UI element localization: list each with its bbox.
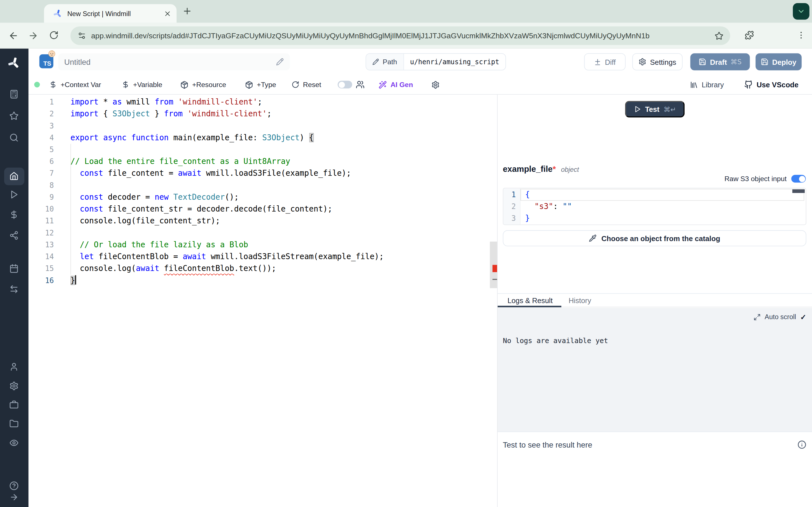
choose-object-button[interactable]: Choose an object from the catalog — [503, 230, 806, 246]
reset-icon — [292, 81, 299, 89]
editor-settings-gear-icon[interactable] — [432, 81, 440, 89]
reset-button[interactable]: Reset — [292, 75, 321, 94]
sidebar-item-home home-icon[interactable] — [9, 171, 18, 180]
back-icon[interactable] — [8, 31, 18, 41]
info-icon[interactable] — [798, 440, 806, 449]
code-text: import * as wmill from 'windmill-client'… — [70, 96, 262, 108]
sidebar-item-folders folder-icon[interactable] — [9, 419, 18, 429]
path-label: Path — [383, 58, 397, 66]
sidebar-item-user user-icon[interactable] — [9, 362, 18, 372]
script-name-field[interactable]: Untitled — [58, 53, 290, 70]
draft-button[interactable]: Draft ⌘S — [690, 53, 750, 70]
sidebar-item-favorites star-icon[interactable] — [9, 111, 18, 121]
code-line-12[interactable]: 12 — [29, 227, 497, 239]
sidebar-item-expand arrow-right-icon[interactable] — [9, 493, 18, 502]
sidebar-item-audit-logs eye-icon[interactable] — [9, 438, 18, 448]
use-vscode-button[interactable]: Use VScode — [744, 75, 799, 94]
token: } — [70, 276, 75, 285]
code-line-5[interactable]: 5 — [29, 144, 497, 156]
tab-search-button[interactable] — [793, 3, 809, 20]
sidebar-item-variables dollar-icon[interactable] — [9, 210, 18, 219]
ai-gen-button[interactable]: AI Gen — [378, 75, 413, 94]
token: decoder = — [103, 192, 154, 202]
sidebar-item-workers briefcase-icon[interactable] — [9, 400, 18, 409]
deploy-button[interactable]: Deploy — [756, 53, 802, 70]
code-line-11[interactable]: 11 console.log(file_content_str); — [29, 215, 497, 227]
code-line-3[interactable]: 3} — [503, 213, 806, 224]
tab-title: New Script | Windmill — [67, 10, 161, 17]
package-icon — [245, 80, 253, 89]
sidebar-item-triggers arrows-icon[interactable] — [9, 284, 18, 294]
code-line-15[interactable]: 15 console.log(await fileContentBlob.tex… — [29, 263, 497, 275]
raw-s3-toggle[interactable] — [792, 175, 806, 183]
code-line-2[interactable]: 2 "s3": "" — [503, 201, 806, 213]
dollar-icon — [122, 81, 130, 89]
add-type-button[interactable]: +Type — [245, 75, 276, 94]
add-context-var-button[interactable]: +Context Var — [49, 75, 101, 94]
reload-icon[interactable] — [49, 31, 58, 40]
bookmark-star-icon[interactable] — [715, 31, 723, 40]
code-line-4[interactable]: 4export async function main(example_file… — [29, 132, 497, 144]
code-editor[interactable]: 1import * as wmill from 'windmill-client… — [29, 95, 497, 507]
toggle-off[interactable] — [338, 81, 352, 89]
code-line-13[interactable]: 13 // Or load the file lazily as a Blob — [29, 239, 497, 251]
json-arg-editor[interactable]: 1{2 "s3": ""3} — [503, 188, 806, 225]
token: const — [80, 169, 103, 178]
tab-logs-result[interactable]: Logs & Result — [507, 294, 553, 307]
tab-history[interactable]: History — [569, 294, 591, 307]
token: import — [70, 109, 99, 119]
close-tab-icon[interactable] — [163, 10, 171, 17]
settings-button[interactable]: Settings — [632, 53, 682, 70]
editor-header: TS Untitled Path u/henri/amusing_script … — [29, 49, 812, 75]
token: { — [309, 133, 314, 142]
url-text[interactable]: app.windmill.dev/scripts/add#JTdCJTIyaGF… — [91, 32, 714, 40]
sidebar-item-apps calculator-icon[interactable] — [9, 90, 18, 99]
windmill-script-editor-window: New Script | Windmill app.windmill.dev/s… — [0, 0, 812, 507]
site-settings-icon[interactable] — [78, 32, 86, 40]
code-line-14[interactable]: 14 let fileContentBlob = await wmill.loa… — [29, 251, 497, 263]
token: from — [154, 97, 173, 107]
sidebar-item-runs play-icon[interactable] — [9, 190, 18, 199]
sidebar-item-resources boxes-icon[interactable] — [9, 231, 18, 240]
sidebar-item-schedules calendar-icon[interactable] — [9, 264, 18, 273]
code-line-10[interactable]: 10 const file_content_str = decoder.deco… — [29, 203, 497, 215]
sidebar-item-settings gear-icon[interactable] — [9, 381, 18, 391]
code-text: let fileContentBlob = await wmill.loadS3… — [70, 251, 384, 263]
test-button[interactable]: Test ⌘↵ — [625, 101, 684, 117]
sidebar-item-search search-icon[interactable] — [9, 133, 18, 142]
add-variable-button[interactable]: +Variable — [122, 75, 162, 94]
forward-icon[interactable] — [28, 31, 38, 41]
code-line-3[interactable]: 3 — [29, 120, 497, 132]
code-line-7[interactable]: 7 const file_content = await wmill.loadS… — [29, 168, 497, 179]
diff-mode-toggle[interactable] — [338, 75, 365, 94]
extensions-puzzle-icon[interactable] — [745, 31, 754, 40]
code-line-6[interactable]: 6// Load the entire file_content as a Ui… — [29, 156, 497, 168]
edit-name-pencil-icon[interactable] — [276, 58, 284, 66]
windmill-logo[interactable] — [8, 57, 20, 69]
path-button[interactable]: Path — [366, 54, 404, 70]
cursor-overview-mark — [493, 279, 497, 280]
code-line-8[interactable]: 8 — [29, 179, 497, 191]
add-resource-button[interactable]: +Resource — [180, 75, 226, 94]
code-line-9[interactable]: 9 const decoder = new TextDecoder(); — [29, 191, 497, 203]
browser-menu-icon[interactable] — [797, 31, 806, 40]
json-scrollbar[interactable] — [792, 189, 805, 193]
code-text: "s3": "" — [525, 201, 572, 213]
code-line-1[interactable]: 1import * as wmill from 'windmill-client… — [29, 96, 497, 108]
pipette-icon — [589, 234, 597, 242]
code-line-1[interactable]: 1{ — [503, 189, 806, 201]
auto-scroll-control[interactable]: Auto scroll ✓ — [753, 313, 806, 321]
required-marker: * — [553, 165, 556, 173]
new-tab-icon[interactable] — [183, 6, 192, 16]
result-panel: Test to see the result here — [498, 432, 812, 507]
token — [159, 264, 164, 273]
sidebar-item-help help-icon[interactable] — [9, 481, 18, 490]
expand-icon[interactable] — [753, 313, 761, 321]
url-bar[interactable]: app.windmill.dev/scripts/add#JTdCJTIyaGF… — [70, 26, 730, 45]
path-control[interactable]: Path u/henri/amusing_script — [366, 53, 506, 70]
library-button[interactable]: Library — [690, 75, 724, 94]
code-line-2[interactable]: 2import { S3Object } from 'windmill-clie… — [29, 108, 497, 120]
browser-tab[interactable]: New Script | Windmill — [44, 4, 176, 23]
diff-button[interactable]: Diff — [584, 53, 626, 70]
code-line-16[interactable]: 16} — [29, 275, 497, 286]
